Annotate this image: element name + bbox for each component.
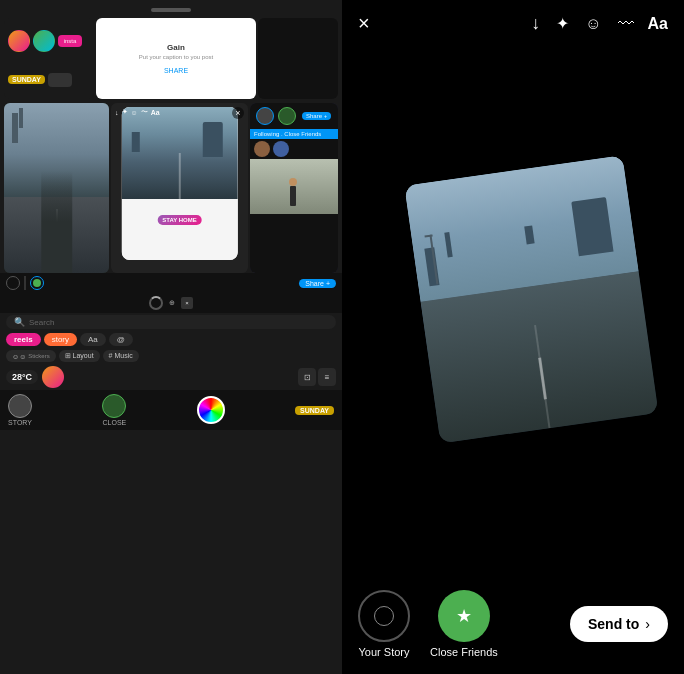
tools-grid: reels story Aa @ bbox=[0, 331, 342, 348]
close-thumb-btn[interactable]: × bbox=[232, 107, 244, 119]
feed-header: Following . Close Friends bbox=[250, 129, 338, 139]
send-to-text: Send to bbox=[588, 616, 639, 632]
story-icons-row: insta bbox=[8, 30, 90, 52]
tool-text[interactable]: Aa bbox=[80, 333, 106, 346]
nav-item-1[interactable]: STORY bbox=[8, 394, 32, 426]
close-icon[interactable]: × bbox=[358, 12, 370, 35]
top-divider bbox=[151, 8, 191, 12]
left-panel: insta SUNDAY Gain Put your caption to yo… bbox=[0, 0, 342, 674]
gradient-circle bbox=[42, 366, 64, 388]
sticker-icon[interactable]: ☺ bbox=[585, 15, 601, 33]
toolbar-icons-right: ↓ ✦ ☺ 〰 Aa bbox=[531, 13, 668, 34]
canvas-area bbox=[342, 43, 684, 580]
temp-badge: 28°C bbox=[6, 370, 38, 384]
download-icon[interactable]: ↓ bbox=[531, 13, 540, 34]
color-palette[interactable] bbox=[197, 396, 225, 424]
share-plus-btn[interactable]: Share + bbox=[299, 279, 336, 288]
draw-icon[interactable]: 〰 bbox=[618, 15, 632, 33]
sticker-search[interactable]: 🔍 Search bbox=[6, 315, 336, 329]
emoji-tool[interactable]: ☺☺ Stickers bbox=[6, 350, 56, 362]
layout-tool[interactable]: ⊞ Layout bbox=[59, 350, 100, 362]
story-prog-1 bbox=[6, 276, 20, 290]
your-story-option[interactable]: Your Story bbox=[358, 590, 410, 658]
road-thumb-middle[interactable]: × ↓ ✦ ☺ 〜 Aa STAY HOME bbox=[111, 103, 248, 273]
close-friends-option[interactable]: ★ Close Friends bbox=[430, 590, 498, 658]
pattern-badge bbox=[48, 73, 72, 87]
road-thumb-left[interactable] bbox=[4, 103, 109, 273]
big-thumbs-row: × ↓ ✦ ☺ 〜 Aa STAY HOME Sha bbox=[0, 103, 342, 273]
bottom-share-bar: Your Story ★ Close Friends Send to › bbox=[342, 580, 684, 674]
story-icon-2[interactable] bbox=[33, 30, 55, 52]
your-story-circle[interactable] bbox=[358, 590, 410, 642]
nav-item-2[interactable]: CLOSE bbox=[102, 394, 126, 426]
right-panel: × ↓ ✦ ☺ 〰 Aa bbox=[342, 0, 684, 674]
tilted-photo bbox=[404, 155, 658, 443]
temp-row: 28°C ⊡ ≡ bbox=[0, 364, 342, 390]
story-icon-1[interactable] bbox=[8, 30, 30, 52]
sunday-badge: SUNDAY bbox=[8, 75, 45, 84]
small-tool-1[interactable]: ⊡ bbox=[298, 368, 316, 386]
hashtag-tool[interactable]: # Music bbox=[103, 350, 139, 362]
tool-item-2[interactable]: story bbox=[44, 333, 77, 346]
top-toolbar: × ↓ ✦ ☺ 〰 Aa bbox=[342, 0, 684, 43]
close-friends-label: Close Friends bbox=[430, 646, 498, 658]
road-line bbox=[538, 357, 547, 400]
your-story-label: Your Story bbox=[359, 646, 410, 658]
bottom-nav: STORY CLOSE SUNDAY bbox=[0, 390, 342, 430]
road-detail bbox=[421, 271, 659, 443]
tool-mentions[interactable]: @ bbox=[109, 333, 133, 346]
stay-home-sticker: STAY HOME bbox=[157, 215, 202, 225]
effects-icon[interactable]: ✦ bbox=[556, 14, 569, 33]
story-icon-3[interactable]: insta bbox=[58, 35, 82, 47]
card-action[interactable]: SHARE bbox=[164, 67, 188, 74]
dark-card bbox=[258, 18, 338, 99]
story-editor-thumb[interactable]: Share + Following . Close Friends bbox=[250, 103, 338, 273]
card-subtitle: Put your caption to you post bbox=[139, 54, 213, 62]
divider bbox=[24, 276, 26, 290]
text-icon[interactable]: Aa bbox=[648, 15, 668, 33]
story-prog-2 bbox=[30, 276, 44, 290]
white-card: Gain Put your caption to you post SHARE bbox=[96, 18, 256, 99]
sticker-row-2: ☺☺ Stickers ⊞ Layout # Music bbox=[0, 348, 342, 364]
tool-item-1[interactable]: reels bbox=[6, 333, 41, 346]
small-tool-2[interactable]: ≡ bbox=[318, 368, 336, 386]
loading-row: ⊕ × bbox=[0, 293, 342, 313]
send-to-button[interactable]: Send to › bbox=[570, 606, 668, 642]
card-title: Gain bbox=[167, 43, 185, 52]
story-progress-row: Share + bbox=[0, 273, 342, 293]
close-friends-circle[interactable]: ★ bbox=[438, 590, 490, 642]
send-to-arrow-icon: › bbox=[645, 616, 650, 632]
inner-toolbar: ↓ ✦ ☺ 〜 Aa bbox=[115, 107, 160, 117]
nav-item-sunday[interactable]: SUNDAY bbox=[295, 406, 334, 415]
